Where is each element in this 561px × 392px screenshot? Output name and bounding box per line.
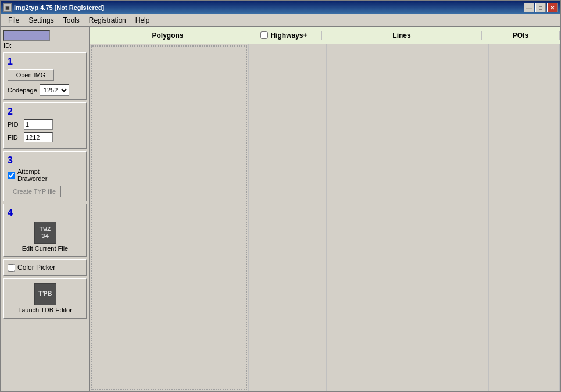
highways-header: Highways+ [246,31,322,40]
menu-help[interactable]: Help [131,15,155,26]
menu-file[interactable]: File [3,15,24,26]
fid-row: FID [8,132,83,142]
pid-row: PID [8,119,83,130]
attempt-draworder-label: AttemptDraworder [17,168,47,182]
highways-body [249,44,327,391]
attempt-draworder-checkbox[interactable] [8,172,15,179]
main-area: ID: 1 Open IMG Codepage 1252 1250 1251 1… [1,27,560,391]
id-color-input [3,30,50,41]
edit-current-file-button[interactable]: TWZ34 Edit Current File [8,220,83,253]
color-picker-section: Color Picker [3,259,87,276]
fid-label: FID [8,134,20,141]
fid-input[interactable] [24,132,53,142]
title-bar: ▣ img2typ 4.75 [Not Registered] — □ ✕ [1,1,560,14]
section-2-number: 2 [8,106,83,117]
polygons-list [91,45,247,390]
codepage-row: Codepage 1252 1250 1251 1253 1254 [8,84,83,96]
launch-tdb-editor-button[interactable]: TƤB Launch TDB Editor [8,282,83,315]
highways-checkbox-row: Highways+ [260,31,307,40]
section-1-number: 1 [8,56,83,67]
tdb-editor-section: TƤB Launch TDB Editor [3,278,87,319]
highways-checkbox[interactable] [260,31,268,39]
maximize-button[interactable]: □ [535,3,546,12]
tpb-icon: TƤB [34,283,56,305]
menu-bar: File Settings Tools Registration Help [1,14,560,27]
minimize-button[interactable]: — [524,3,534,12]
edit-current-file-label: Edit Current File [22,245,68,252]
pid-input[interactable] [24,119,53,130]
lines-header: Lines [322,31,482,40]
menu-settings[interactable]: Settings [24,15,58,26]
create-typ-button[interactable]: Create TYP file [8,186,61,197]
columns-body [90,44,560,391]
polygons-body [90,44,249,391]
menu-tools[interactable]: Tools [59,15,84,26]
color-picker-checkbox[interactable] [8,264,15,272]
color-picker-label: Color Picker [17,263,55,272]
window-title: img2typ 4.75 [Not Registered] [14,4,104,11]
app-icon: ▣ [3,3,12,12]
pois-body [489,44,560,391]
attempt-draworder-row: AttemptDraworder [8,168,83,182]
close-button[interactable]: ✕ [547,3,558,12]
section-1-box: 1 Open IMG Codepage 1252 1250 1251 1253 … [3,52,87,100]
right-panel: Polygons Highways+ Lines POIs [90,27,560,391]
left-panel: ID: 1 Open IMG Codepage 1252 1250 1251 1… [1,27,90,391]
columns-header: Polygons Highways+ Lines POIs [90,27,560,44]
codepage-label: Codepage [8,87,37,94]
polygons-header: Polygons [90,31,246,40]
section-4-number: 4 [8,208,83,218]
main-window: ▣ img2typ 4.75 [Not Registered] — □ ✕ Fi… [0,0,561,392]
section-3-number: 3 [8,155,83,166]
open-img-button[interactable]: Open IMG [8,69,54,81]
pois-header: POIs [482,31,560,40]
id-section: ID: [3,29,87,50]
lines-body [327,44,489,391]
id-label: ID: [3,42,87,49]
codepage-select[interactable]: 1252 1250 1251 1253 1254 [40,84,69,96]
pid-label: PID [8,121,20,128]
section-2-box: 2 PID FID [3,102,87,149]
title-controls: — □ ✕ [524,3,558,12]
tdb-editor-label: Launch TDB Editor [18,307,72,313]
section-4-box: 4 TWZ34 Edit Current File [3,204,87,257]
twz-icon: TWZ34 [34,222,56,244]
menu-registration[interactable]: Registration [84,15,131,26]
section-3-box: 3 AttemptDraworder Create TYP file [3,151,87,201]
title-bar-left: ▣ img2typ 4.75 [Not Registered] [3,3,104,12]
